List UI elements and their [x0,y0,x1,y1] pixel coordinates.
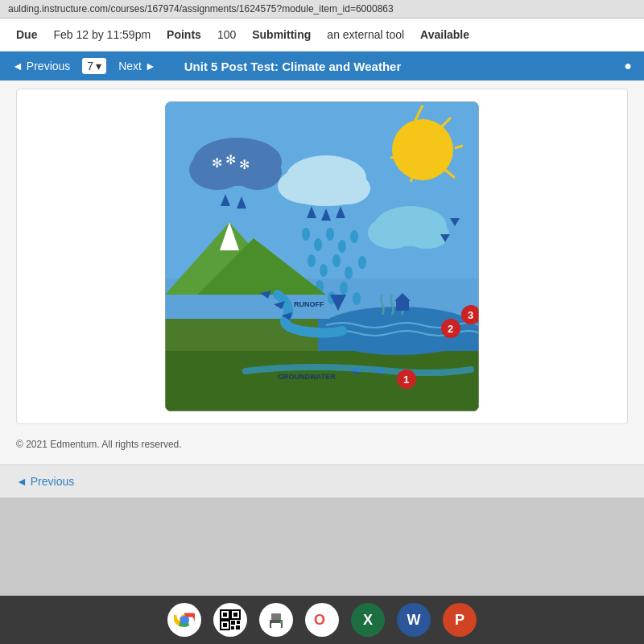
previous-label: Previous [27,60,70,72]
svg-point-29 [302,228,310,241]
copyright-text: © 2021 Edmentum. All rights reserved. [16,439,182,450]
svg-point-41 [340,282,348,295]
due-value: Feb 12 by 11:59pm [53,28,151,41]
svg-rect-76 [237,621,240,624]
chevron-down-icon: ▾ [96,60,101,72]
svg-point-32 [338,240,346,253]
printer-icon[interactable] [259,603,293,637]
svg-rect-70 [223,613,227,617]
question-selector[interactable]: 7 ▾ [82,58,106,74]
previous-button[interactable]: ◄ Previous [12,60,70,72]
svg-rect-77 [231,626,234,630]
bottom-previous-button[interactable]: ◄ Previous [16,475,74,488]
powerpoint-icon[interactable]: P [443,603,477,637]
due-label: Due [16,28,37,41]
svg-point-83 [280,621,283,624]
svg-point-2 [392,119,453,180]
excel-icon[interactable]: X [351,603,385,637]
svg-point-42 [353,292,361,305]
svg-point-31 [326,228,334,241]
bottom-nav: ◄ Previous [0,464,644,497]
svg-point-30 [314,238,322,251]
svg-point-35 [320,264,328,277]
question-number: 7 [87,60,93,72]
svg-rect-48 [165,351,479,411]
svg-text:3: 3 [468,309,473,321]
points-value: 100 [217,28,236,41]
svg-text:2: 2 [448,323,453,335]
submitting-value: an external tool [327,28,404,41]
svg-line-8 [390,156,402,158]
content-area: ✻ ✻ ✻ [16,89,628,424]
svg-point-18 [286,177,366,206]
next-button[interactable]: Next ► [118,60,156,72]
chrome-icon[interactable] [167,603,201,637]
taskbar: O X W P [0,596,644,644]
url-text: aulding.instructure.com/courses/167974/a… [8,3,394,14]
svg-rect-74 [223,623,227,627]
quiz-title: Unit 5 Post Test: Climate and Weather [184,60,613,73]
available-label: Available [420,28,469,41]
water-cycle-diagram: ✻ ✻ ✻ [165,101,479,411]
groundwater-text: GROUNDWATER [278,373,336,381]
address-bar[interactable]: aulding.instructure.com/courses/167974/a… [0,0,644,19]
next-label: Next [118,60,142,72]
previous-arrow-icon: ◄ [12,60,23,72]
svg-point-34 [308,254,316,267]
svg-text:✻: ✻ [212,156,222,170]
next-arrow-icon: ► [145,60,156,72]
assignment-header: Due Feb 12 by 11:59pm Points 100 Submitt… [0,19,644,52]
word-icon[interactable]: W [397,603,431,637]
qr-code-icon[interactable] [213,603,247,637]
svg-rect-78 [236,625,240,630]
copyright: © 2021 Edmentum. All rights reserved. [0,432,644,456]
svg-rect-72 [233,613,237,617]
nav-bar: ◄ Previous 7 ▾ Next ► Unit 5 Post Test: … [0,52,644,80]
svg-point-37 [345,266,353,279]
bookmark-icon: ● [624,59,632,73]
office-icon[interactable]: O [305,603,339,637]
points-label: Points [167,28,201,41]
svg-rect-63 [396,301,409,311]
submitting-label: Submitting [252,28,311,41]
runoff-text: RUNOFF [294,300,324,308]
svg-rect-82 [271,623,281,628]
svg-text:1: 1 [403,374,409,386]
svg-text:O: O [314,612,325,628]
bottom-previous-label: ◄ Previous [16,475,74,488]
svg-rect-81 [271,613,281,620]
svg-point-67 [180,616,188,624]
svg-rect-75 [231,621,235,625]
water-cycle-svg: ✻ ✻ ✻ [165,101,479,411]
svg-point-36 [332,254,341,267]
svg-point-38 [358,256,366,269]
svg-text:✻: ✻ [225,153,236,167]
svg-text:✻: ✻ [239,158,250,171]
svg-point-33 [350,230,358,243]
main-content: Due Feb 12 by 11:59pm Points 100 Submitt… [0,19,644,497]
